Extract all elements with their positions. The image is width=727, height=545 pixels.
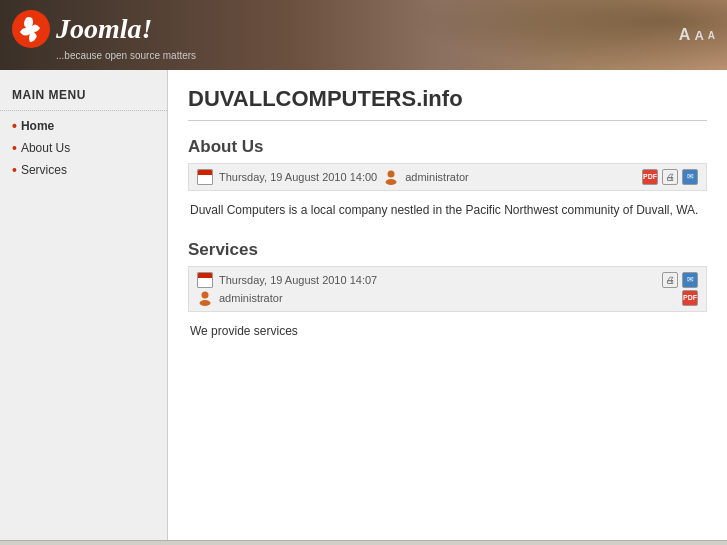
sidebar-item-home[interactable]: • Home	[0, 115, 167, 137]
main-layout: MAIN MENU • Home • About Us • Services D…	[0, 70, 727, 540]
sidebar-link-home[interactable]: Home	[21, 119, 54, 133]
print-icon-services[interactable]: 🖨	[662, 272, 678, 288]
font-size-medium-button[interactable]: A	[694, 28, 703, 43]
services-meta-actions-bottom: PDF	[682, 290, 698, 306]
article-date-about: Thursday, 19 August 2010 14:00	[219, 171, 377, 183]
article-author-about: administrator	[405, 171, 469, 183]
article-meta-about: Thursday, 19 August 2010 14:00 administr…	[188, 163, 707, 191]
sidebar-divider	[0, 110, 167, 111]
article-author-services: administrator	[219, 292, 283, 304]
article-body-about: Duvall Computers is a local company nest…	[188, 201, 707, 220]
article-title-about: About Us	[188, 137, 707, 157]
article-meta-right-about: PDF 🖨 ✉	[642, 169, 698, 185]
joomla-text: Joomla!	[56, 15, 152, 43]
article-body-services: We provide services	[188, 322, 707, 341]
sidebar-title: MAIN MENU	[0, 82, 167, 110]
sidebar-link-about[interactable]: About Us	[21, 141, 70, 155]
article-meta-left-about: Thursday, 19 August 2010 14:00 administr…	[197, 169, 469, 185]
sidebar-link-services[interactable]: Services	[21, 163, 67, 177]
header: Joomla! ...because open source matters A…	[0, 0, 727, 70]
calendar-icon-about	[197, 169, 213, 185]
sidebar-bullet-about: •	[12, 141, 17, 155]
font-size-controls: A A A	[679, 26, 715, 44]
joomla-icon	[12, 10, 50, 48]
svg-point-3	[202, 292, 209, 299]
sidebar-item-about[interactable]: • About Us	[0, 137, 167, 159]
article-title-services: Services	[188, 240, 707, 260]
services-meta-row2: administrator PDF	[197, 290, 698, 306]
services-meta-author-area: administrator	[197, 290, 283, 306]
svg-point-1	[388, 171, 395, 178]
content-area: DUVALLCOMPUTERS.info About Us Thursday, …	[168, 70, 727, 540]
services-meta-date-area: Thursday, 19 August 2010 14:07	[197, 272, 377, 288]
services-meta-row1: Thursday, 19 August 2010 14:07 🖨 ✉	[197, 272, 698, 288]
user-icon-services	[197, 290, 213, 306]
sidebar: MAIN MENU • Home • About Us • Services	[0, 70, 168, 540]
svg-point-2	[386, 179, 397, 185]
svg-point-4	[200, 300, 211, 306]
sidebar-bullet-services: •	[12, 163, 17, 177]
article-date-services: Thursday, 19 August 2010 14:07	[219, 274, 377, 286]
sidebar-bullet-home: •	[12, 119, 17, 133]
pdf-icon-services[interactable]: PDF	[682, 290, 698, 306]
services-meta-actions-top: 🖨 ✉	[662, 272, 698, 288]
services-section: Services Thursday, 19 August 2010 14:07 …	[188, 240, 707, 341]
footer-bar: ✓ CSS ✓ XHTML	[0, 540, 727, 545]
logo-area: Joomla! ...because open source matters	[12, 10, 196, 61]
font-size-small-button[interactable]: A	[708, 30, 715, 41]
font-size-large-button[interactable]: A	[679, 26, 691, 44]
site-title: DUVALLCOMPUTERS.info	[188, 86, 707, 121]
email-icon-about[interactable]: ✉	[682, 169, 698, 185]
sidebar-item-services[interactable]: • Services	[0, 159, 167, 181]
joomla-logo: Joomla!	[12, 10, 196, 48]
print-icon-about[interactable]: 🖨	[662, 169, 678, 185]
email-icon-services[interactable]: ✉	[682, 272, 698, 288]
article-meta-services: Thursday, 19 August 2010 14:07 🖨 ✉ admin…	[188, 266, 707, 312]
logo-tagline: ...because open source matters	[56, 50, 196, 61]
pdf-icon-about[interactable]: PDF	[642, 169, 658, 185]
calendar-icon-services	[197, 272, 213, 288]
user-icon-about	[383, 169, 399, 185]
